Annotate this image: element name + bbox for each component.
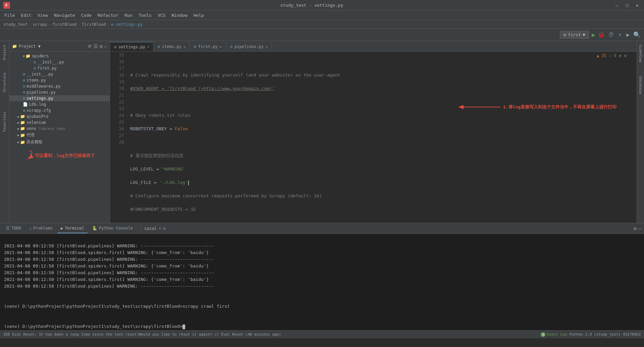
- pipelines-tab-close[interactable]: ✕: [266, 45, 268, 49]
- profile-button[interactable]: ⚡: [618, 31, 623, 39]
- sideview-label[interactable]: SideView: [638, 43, 643, 64]
- tab-settings-py[interactable]: ⚙ settings.py ✕: [110, 42, 154, 51]
- menu-bar: File Edit View Navigate Code Refactor Ru…: [0, 11, 644, 20]
- tree-settings-py[interactable]: ⚙ settings.py: [9, 95, 110, 101]
- breadcrumb-firstblood1[interactable]: firstBlood: [52, 22, 76, 27]
- structure-panel-label[interactable]: Structure: [2, 70, 7, 95]
- breadcrumb-firstblood2[interactable]: firstBlood: [82, 22, 106, 27]
- tab-problems[interactable]: ⚠ Problems: [26, 224, 56, 233]
- project-panel-label[interactable]: Project: [2, 43, 7, 62]
- sidebar-header: 📁 Project ▼ ⟳ ☰ ⚙ —: [9, 41, 110, 52]
- warning-count[interactable]: ▲ 25: [597, 53, 606, 58]
- run-button[interactable]: ▶: [592, 31, 595, 38]
- database-label[interactable]: Database: [638, 75, 643, 96]
- tree-qiubaipro[interactable]: ▶ 📁 qiubaiPro: [9, 113, 110, 119]
- run-config-dropdown-icon: ▼: [583, 32, 585, 37]
- settings-tab-label: settings.py: [118, 45, 145, 49]
- folder-icon: 📁: [20, 120, 25, 125]
- tree-middlewares-py[interactable]: ⚙ middlewares.py: [9, 83, 110, 89]
- tree-log-file[interactable]: 📄 LOG.log: [9, 101, 110, 107]
- cfg-file-icon: ≡: [23, 108, 25, 113]
- breadcrumb-scrapy[interactable]: scrapy: [33, 22, 47, 27]
- tab-first-py[interactable]: ⚙ first.py ✕: [190, 42, 226, 51]
- todo-label: TODO: [11, 226, 21, 231]
- first-tab-close[interactable]: ✕: [220, 45, 222, 49]
- title-bar-left: P: [3, 2, 10, 9]
- terminal-minimize-icon[interactable]: —: [639, 226, 641, 231]
- terminal-session-close[interactable]: ✕: [159, 226, 161, 231]
- expand-indicators[interactable]: ∧: [619, 53, 622, 58]
- event-log-button[interactable]: ① Event Log: [541, 332, 567, 337]
- collapse-indicators[interactable]: ∨: [624, 53, 627, 58]
- app-logo: P: [3, 2, 10, 9]
- tree-venv[interactable]: ▶ 📁 venv library root: [9, 126, 110, 132]
- code-line-20: ROBOTSTXT_OBEY = False: [130, 126, 633, 132]
- menu-refactor[interactable]: Refactor: [95, 12, 121, 19]
- tree-selenium[interactable]: ▶ 📁 selenium: [9, 119, 110, 126]
- add-terminal-button[interactable]: +: [163, 226, 166, 231]
- close-button[interactable]: ✕: [634, 2, 641, 9]
- line-numbers: 15 16 17 18 19 20 21 22 23 24 25 26 27 2…: [110, 52, 127, 223]
- folder-icon: 📁: [25, 54, 31, 58]
- terminal-line-1: 2021-04-08 09:12:50 [firstBlood.pipeline…: [4, 243, 214, 248]
- breadcrumb-settings-py[interactable]: ⚙ settings.py: [111, 22, 143, 27]
- tab-python-console[interactable]: 🐍 Python Console: [89, 224, 136, 233]
- tab-terminal[interactable]: ▶ Terminal: [57, 224, 88, 233]
- tab-todo[interactable]: ☰ TODO: [3, 224, 24, 233]
- run-configuration[interactable]: ⚙ first ▼: [560, 31, 589, 39]
- tree-scrapy-cfg[interactable]: ≡ scrapy.cfg: [9, 107, 110, 113]
- folder-icon: 📁: [20, 126, 25, 131]
- menu-file[interactable]: File: [2, 12, 17, 19]
- terminal-label: Terminal: [65, 226, 84, 231]
- settings-tab-close[interactable]: ✕: [147, 45, 149, 49]
- tree-first-py[interactable]: ⚙ first.py: [9, 65, 110, 71]
- global-search-button[interactable]: 🔍: [633, 31, 641, 38]
- annotation-1-text: 1.将log直接写入到这个文件当中，不再在屏幕上进行打印: [503, 104, 616, 110]
- menu-tools[interactable]: Tools: [136, 12, 154, 19]
- tree-init-py-1[interactable]: ⚙ __init__.py: [9, 59, 110, 65]
- code-editor[interactable]: # Crawl responsibly by identifying yours…: [127, 52, 637, 223]
- code-line-26: #CONCURRENT_REQUESTS = 32: [130, 206, 633, 213]
- favorites-panel-label[interactable]: Favorites: [2, 110, 7, 134]
- folder-icon: 📁: [20, 114, 25, 119]
- menu-run[interactable]: Run: [122, 12, 135, 19]
- error-count[interactable]: ✓ 8: [609, 53, 616, 58]
- items-tab-close[interactable]: ✕: [183, 45, 185, 49]
- run-coverage-button[interactable]: ⏱: [607, 31, 615, 39]
- tree-init-py-2[interactable]: ⚙ __init__.py: [9, 71, 110, 77]
- py-file-icon: ⚙: [34, 60, 36, 64]
- folder-icon: 📁: [20, 133, 25, 138]
- tree-items-py[interactable]: ⚙ items.py: [9, 77, 110, 83]
- file-tree: ▼ 📁 spiders ⚙ __init__.py ⚙ first.py: [9, 52, 110, 223]
- tree-async-crawl[interactable]: ▶ 📁 异步爬取: [9, 139, 110, 146]
- settings-icon[interactable]: ⚙: [100, 44, 102, 49]
- tree-pipelines-py[interactable]: ⚙ pipelines.py: [9, 89, 110, 95]
- tab-pipelines-py[interactable]: ⚙ pipelines.py ✕: [226, 42, 272, 51]
- maximize-button[interactable]: ❐: [624, 2, 630, 9]
- tab-bar: ⚙ settings.py ✕ ⚙ items.py ✕ ⚙ first.py …: [110, 41, 637, 52]
- menu-help[interactable]: Help: [191, 12, 207, 19]
- sync-icon[interactable]: ⟳: [88, 44, 92, 49]
- menu-view[interactable]: View: [35, 12, 51, 19]
- menu-edit[interactable]: Edit: [18, 12, 34, 19]
- tree-spiders-folder[interactable]: ▼ 📁 spiders: [9, 53, 110, 59]
- menu-code[interactable]: Code: [78, 12, 94, 19]
- menu-vcs[interactable]: VCS: [155, 12, 168, 19]
- more-run-options[interactable]: ▶: [625, 31, 631, 39]
- terminal-content[interactable]: 2021-04-08 09:12:50 [firstBlood.pipeline…: [0, 234, 644, 330]
- py-file-icon: ⚙: [23, 78, 25, 83]
- menu-window[interactable]: Window: [169, 12, 190, 19]
- debug-button[interactable]: 🐞: [598, 32, 605, 38]
- python-version[interactable]: Python 3.9 (study_test) 43278563: [570, 332, 641, 337]
- menu-navigate[interactable]: Navigate: [51, 12, 78, 19]
- terminal-session-label: Local: [145, 226, 157, 231]
- sort-icon[interactable]: ☰: [94, 44, 98, 49]
- status-message[interactable]: IDE Eval Reset: It has been a long time …: [3, 332, 281, 337]
- minimize-button[interactable]: —: [613, 2, 620, 9]
- items-tab-label: items.py: [162, 44, 181, 49]
- tree-proxy[interactable]: ▶ 📁 代理: [9, 132, 110, 139]
- collapse-icon[interactable]: —: [104, 44, 107, 49]
- tab-items-py[interactable]: ⚙ items.py ✕: [154, 42, 190, 51]
- terminal-settings-icon[interactable]: ⚙: [634, 226, 636, 231]
- breadcrumb-study-test[interactable]: study_test: [3, 22, 28, 27]
